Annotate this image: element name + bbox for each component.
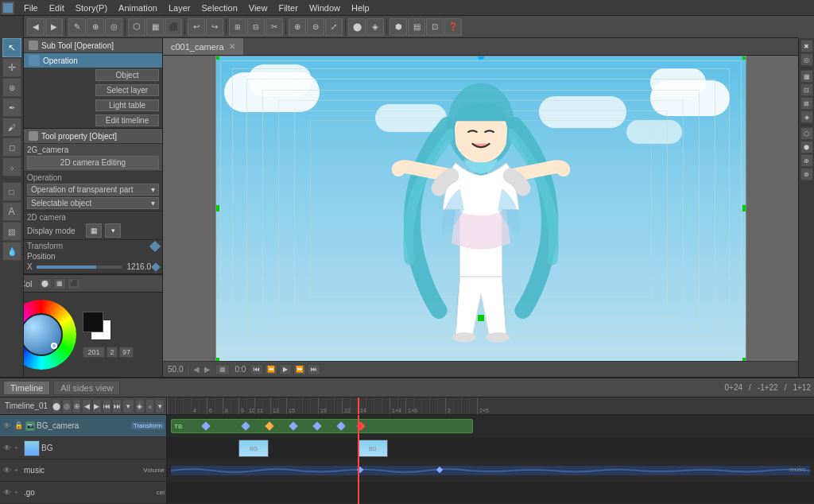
tool-move[interactable]: ✛ (2, 58, 21, 77)
handle-top-left[interactable] (215, 56, 219, 60)
tool-pen[interactable]: ✒ (2, 98, 21, 117)
canvas-tool-btn3[interactable]: ▦ (215, 364, 230, 375)
color-cursor[interactable] (51, 343, 57, 349)
toolbar-btn-7[interactable]: ▦ (146, 18, 164, 36)
menu-edit[interactable]: Edit (45, 2, 69, 14)
handle-left-center[interactable] (215, 205, 219, 211)
canvas-tool-btn2[interactable]: ▶ (204, 365, 211, 374)
tl-toolbar-btn5[interactable]: ▶ (92, 399, 102, 413)
track-lock-1[interactable]: 🔒 (14, 421, 24, 431)
tl-toolbar-btn6[interactable]: ⏮ (103, 399, 112, 413)
toolbar-btn-6[interactable]: ⬡ (128, 18, 145, 36)
tool-object-btn[interactable]: Object (24, 68, 162, 83)
play-fwd-btn[interactable]: ▶ (279, 364, 292, 375)
tool-light-table-btn[interactable]: Light table (24, 98, 162, 113)
handle-top-center[interactable] (478, 56, 484, 60)
handle-bottom-left[interactable] (215, 358, 219, 362)
right-tool-2[interactable]: ◎ (800, 53, 813, 66)
tl-toolbar-btn4[interactable]: ◀ (82, 399, 91, 413)
tool-brush[interactable]: 🖌 (2, 118, 21, 137)
canvas-tab-item[interactable]: c001_camera ✕ (163, 38, 244, 55)
x-diamond[interactable] (151, 262, 160, 271)
tool-gradient[interactable]: ▨ (2, 222, 21, 241)
menu-story[interactable]: Story(P) (71, 2, 112, 14)
menu-view[interactable]: View (244, 2, 273, 14)
tool-select-layer-btn[interactable]: Select layer (24, 83, 162, 98)
timeline-tab-main[interactable]: Timeline (3, 381, 50, 395)
menu-window[interactable]: Window (304, 2, 345, 14)
tool-fill[interactable]: ⬦ (2, 157, 21, 176)
toolbar-btn-12[interactable]: ⊟ (247, 18, 265, 36)
menu-filter[interactable]: Filter (273, 2, 302, 14)
right-tool-6[interactable]: ◈ (800, 110, 813, 123)
handle-top-right[interactable] (742, 56, 746, 60)
camera-edit-btn[interactable]: 2D camera Editing (27, 156, 159, 169)
menu-layer[interactable]: Layer (164, 2, 196, 14)
tl-toolbar-dropdown[interactable]: ▾ (122, 399, 134, 413)
toolbar-btn-5[interactable]: ◎ (105, 18, 122, 36)
play-btn[interactable]: ⏮ (250, 364, 263, 375)
toolbar-btn-3[interactable]: ✎ (68, 18, 86, 36)
track-expand-3[interactable]: + (14, 467, 22, 474)
tool-eraser[interactable]: ◻ (2, 138, 21, 157)
tool-shape[interactable]: □ (2, 182, 21, 201)
toolbar-btn-13[interactable]: ✂ (266, 18, 283, 36)
right-tool-4[interactable]: ⊡ (800, 83, 813, 96)
toolbar-btn-17[interactable]: ▤ (408, 18, 425, 36)
selectable-dropdown[interactable]: Selectable object▾ (27, 197, 159, 209)
toolbar-btn-zoom-reset[interactable]: ⤢ (325, 18, 343, 36)
color-mode-btn3[interactable]: ⬛ (68, 278, 80, 289)
track-eye-2[interactable]: 👁 (2, 443, 13, 454)
track-expand-2[interactable]: + (14, 444, 22, 452)
track-eye-3[interactable]: 👁 (2, 465, 13, 476)
color-mode-btn1[interactable]: ⬤ (39, 278, 52, 289)
tool-dropper[interactable]: 💧 (2, 242, 21, 261)
menu-animation[interactable]: Animation (114, 2, 162, 14)
right-tool-1[interactable]: ✖ (800, 40, 813, 52)
track-expand-4[interactable]: + (14, 489, 22, 496)
transform-diamond[interactable] (149, 240, 161, 251)
handle-bottom-right[interactable] (742, 358, 746, 362)
handle-center[interactable] (478, 315, 484, 321)
toolbar-btn-zoom-in[interactable]: ⊕ (289, 18, 306, 36)
toolbar-btn-2[interactable]: ▶ (45, 18, 63, 36)
tl-toolbar-btn7[interactable]: ⏭ (112, 399, 122, 413)
fg-color-swatch[interactable] (83, 312, 103, 332)
right-tool-3[interactable]: ▦ (800, 70, 813, 83)
stop-btn[interactable]: ⏭ (308, 364, 320, 375)
tl-toolbar-btn2[interactable]: ◎ (62, 399, 72, 413)
tool-cursor[interactable]: ↖ (2, 38, 21, 57)
display-mode-btn1[interactable]: ▦ (86, 223, 102, 238)
tl-toolbar-btn9[interactable]: ⬦ (145, 399, 155, 413)
tool-edit-timeline-btn[interactable]: Edit timeline (24, 113, 162, 128)
display-mode-btn2[interactable]: ▾ (105, 223, 121, 238)
right-tool-5[interactable]: ⊠ (800, 97, 813, 110)
tool-text[interactable]: A (2, 202, 21, 221)
toolbar-btn-10[interactable]: ↪ (206, 18, 223, 36)
toolbar-btn-15[interactable]: ◈ (366, 18, 384, 36)
right-tool-9[interactable]: ⊕ (800, 154, 813, 167)
tool-operation-item[interactable]: Operation (24, 53, 162, 68)
toolbar-btn-11[interactable]: ⊞ (229, 18, 246, 36)
tl-toolbar-btn3[interactable]: ⊕ (72, 399, 82, 413)
handle-right-center[interactable] (742, 205, 746, 211)
tl-toolbar-btn8[interactable]: ◈ (135, 399, 145, 413)
menu-help[interactable]: Help (347, 2, 374, 14)
color-mode-btn2[interactable]: ▦ (53, 278, 66, 289)
all-sides-tab[interactable]: All sides view (53, 381, 120, 395)
track-eye-4[interactable]: 👁 (2, 487, 13, 498)
operation-dropdown[interactable]: Operation of transparent part▾ (27, 184, 159, 196)
tool-lasso[interactable]: ⊛ (2, 78, 21, 97)
step-fwd-btn[interactable]: ⏩ (293, 364, 306, 375)
right-tool-10[interactable]: ⊗ (800, 168, 813, 180)
toolbar-btn-zoom-out[interactable]: ⊖ (307, 18, 324, 36)
toolbar-btn-16[interactable]: ⬢ (390, 18, 407, 36)
menu-selection[interactable]: Selection (197, 2, 242, 14)
tl-toolbar-btn10[interactable]: ▾ (155, 399, 165, 413)
track-eye-1[interactable]: 👁 (2, 421, 13, 432)
step-back-btn[interactable]: ⏪ (265, 364, 277, 375)
menu-file[interactable]: File (19, 2, 43, 14)
toolbar-btn-14[interactable]: ⬤ (348, 18, 366, 36)
canvas-tool-btn1[interactable]: ◀ (193, 365, 200, 374)
right-tool-7[interactable]: ⬡ (800, 127, 813, 140)
